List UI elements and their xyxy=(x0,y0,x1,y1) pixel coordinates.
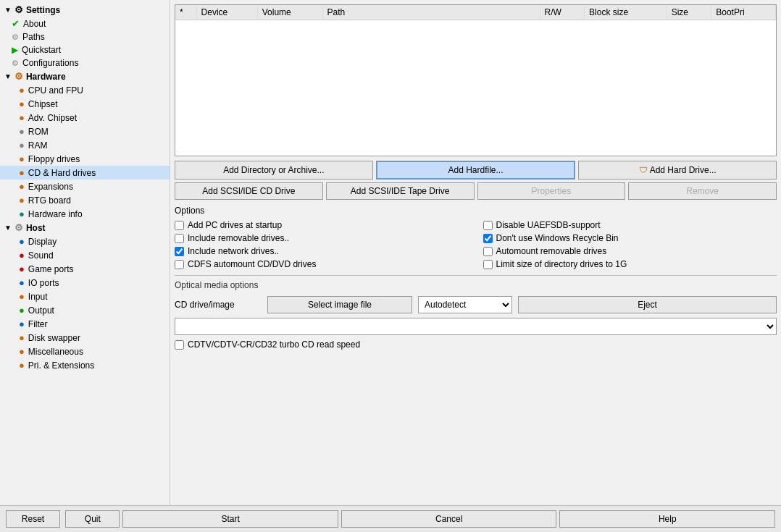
content-area: * Device Volume Path R/W Block size Size… xyxy=(170,0,781,505)
autodetect-select[interactable]: Autodetect None CD32 CDTV xyxy=(418,296,512,313)
reset-button[interactable]: Reset xyxy=(6,510,60,528)
sidebar-item-chipset[interactable]: ● Chipset xyxy=(0,97,170,111)
checkbox-dont-use-recycle: Don't use Windows Recycle Bin xyxy=(483,233,777,243)
disable-uaefsdb-checkbox[interactable] xyxy=(483,221,493,230)
expansions-icon: ● xyxy=(19,181,25,192)
remove-button[interactable]: Remove xyxy=(628,182,777,200)
cpu-icon: ● xyxy=(19,85,25,96)
sidebar-item-cd-hard[interactable]: ● CD & Hard drives xyxy=(0,166,170,180)
cancel-button[interactable]: Cancel xyxy=(341,510,557,528)
cdtv-row: CDTV/CDTV-CR/CD32 turbo CD read speed xyxy=(175,339,777,350)
sidebar-item-output[interactable]: ● Output xyxy=(0,303,170,317)
hardware-info-icon: ● xyxy=(19,208,25,219)
limit-size-checkbox[interactable] xyxy=(483,260,493,269)
eject-button[interactable]: Eject xyxy=(518,296,777,313)
checkbox-add-pc-drives: Add PC drives at startup xyxy=(175,220,469,230)
cd-drive-label: CD drive/image xyxy=(175,300,262,310)
checkbox-disable-uaefsdb: Disable UAEFSDB-support xyxy=(483,220,777,230)
automount-removable-label: Automount removable drives xyxy=(496,246,607,256)
sidebar-item-rtg[interactable]: ● RTG board xyxy=(0,193,170,207)
select-image-button[interactable]: Select image file xyxy=(267,296,412,313)
col-boot-pri: BootPri xyxy=(711,5,776,20)
cdfs-automount-checkbox[interactable] xyxy=(175,260,184,269)
add-hard-drive-button[interactable]: 🛡Add Hard Drive... xyxy=(578,161,777,180)
host-gear-icon: ⚙ xyxy=(14,222,23,233)
col-size: Size xyxy=(667,5,711,20)
options-left: Add PC drives at startup Include removab… xyxy=(175,220,469,269)
rom-icon: ● xyxy=(19,126,25,137)
sidebar-item-input[interactable]: ● Input xyxy=(0,290,170,303)
sidebar-item-adv-chipset[interactable]: ● Adv. Chipset xyxy=(0,111,170,124)
ram-icon: ● xyxy=(19,140,25,151)
drive-table: * Device Volume Path R/W Block size Size… xyxy=(175,5,776,20)
sidebar-section-settings[interactable]: ▼ ⚙ Settings xyxy=(0,3,170,17)
sidebar-item-display[interactable]: ● Display xyxy=(0,235,170,248)
options-section: Options Add PC drives at startup Include… xyxy=(175,206,777,269)
cdtv-checkbox[interactable] xyxy=(175,340,184,350)
sound-icon: ● xyxy=(19,250,25,261)
shield-icon: 🛡 xyxy=(639,165,648,175)
automount-removable-checkbox[interactable] xyxy=(483,247,493,256)
dont-use-recycle-checkbox[interactable] xyxy=(483,234,493,243)
sidebar-item-disk-swapper[interactable]: ● Disk swapper xyxy=(0,331,170,345)
sidebar-item-game-ports[interactable]: ● Game ports xyxy=(0,262,170,276)
checkbox-automount-removable: Automount removable drives xyxy=(483,246,777,256)
sidebar-item-configurations[interactable]: ⚙ Configurations xyxy=(0,56,170,69)
include-removable-checkbox[interactable] xyxy=(175,234,184,243)
sidebar-item-io-ports[interactable]: ● IO ports xyxy=(0,276,170,290)
bottom-bar-left: Reset Quit xyxy=(6,510,120,528)
include-network-checkbox[interactable] xyxy=(175,247,184,256)
sidebar-item-sound[interactable]: ● Sound xyxy=(0,248,170,262)
sidebar-item-expansions[interactable]: ● Expansions xyxy=(0,180,170,193)
quit-button[interactable]: Quit xyxy=(65,510,120,528)
col-star: * xyxy=(175,5,196,20)
sidebar-item-hardware-info[interactable]: ● Hardware info xyxy=(0,207,170,221)
add-directory-button[interactable]: Add Directory or Archive... xyxy=(175,161,373,180)
checkmark-icon: ✔ xyxy=(12,18,20,29)
sidebar-item-pri-extensions[interactable]: ● Pri. & Extensions xyxy=(0,358,170,372)
add-scsi-cd-button[interactable]: Add SCSI/IDE CD Drive xyxy=(175,182,323,200)
game-ports-icon: ● xyxy=(19,263,25,274)
add-scsi-tape-button[interactable]: Add SCSI/IDE Tape Drive xyxy=(326,182,475,200)
sidebar-host-label: Host xyxy=(26,223,46,233)
start-button[interactable]: Start xyxy=(122,510,338,528)
sidebar-item-cpu-fpu[interactable]: ● CPU and FPU xyxy=(0,83,170,97)
limit-size-label: Limit size of directory drives to 1G xyxy=(496,259,627,269)
properties-button[interactable]: Properties xyxy=(477,182,626,200)
sidebar-item-filter[interactable]: ● Filter xyxy=(0,317,170,331)
cd-path-dropdown[interactable] xyxy=(175,318,777,335)
sidebar-section-host[interactable]: ▼ ⚙ Host xyxy=(0,221,170,235)
checkbox-limit-size: Limit size of directory drives to 1G xyxy=(483,259,777,269)
cdfs-automount-label: CDFS automount CD/DVD drives xyxy=(188,259,316,269)
checkbox-include-removable: Include removable drives.. xyxy=(175,233,469,243)
gear-small-icon: ⚙ xyxy=(12,33,19,42)
sidebar-item-floppy[interactable]: ● Floppy drives xyxy=(0,152,170,166)
col-volume: Volume xyxy=(257,5,322,20)
sidebar-section-hardware[interactable]: ▼ ⚙ Hardware xyxy=(0,69,170,83)
play-icon: ▶ xyxy=(12,45,18,55)
sidebar-hardware-label: Hardware xyxy=(26,72,66,82)
help-button[interactable]: Help xyxy=(559,510,775,528)
include-removable-label: Include removable drives.. xyxy=(188,233,289,243)
checkbox-cdfs-automount: CDFS automount CD/DVD drives xyxy=(175,259,469,269)
col-rw: R/W xyxy=(540,5,585,20)
sidebar-item-about[interactable]: ✔ About xyxy=(0,17,170,30)
sidebar-item-quickstart[interactable]: ▶ Quickstart xyxy=(0,43,170,56)
sidebar-item-miscellaneous[interactable]: ● Miscellaneous xyxy=(0,345,170,358)
sidebar-item-paths[interactable]: ⚙ Paths xyxy=(0,30,170,43)
sidebar: ▼ ⚙ Settings ✔ About ⚙ Paths ▶ Quickstar… xyxy=(0,0,170,505)
add-hardfile-button[interactable]: Add Hardfile... xyxy=(376,161,576,180)
filter-icon: ● xyxy=(19,318,25,329)
hardware-gear-icon: ⚙ xyxy=(14,71,23,82)
floppy-icon: ● xyxy=(19,153,25,164)
drive-table-container: * Device Volume Path R/W Block size Size… xyxy=(175,4,777,156)
cd-drive-row: CD drive/image Select image file Autodet… xyxy=(175,296,777,313)
col-block-size: Block size xyxy=(585,5,667,20)
display-icon: ● xyxy=(19,236,25,247)
sidebar-item-rom[interactable]: ● ROM xyxy=(0,124,170,138)
optical-title: Optical media options xyxy=(175,280,777,290)
adv-chipset-icon: ● xyxy=(19,112,25,123)
sidebar-item-ram[interactable]: ● RAM xyxy=(0,138,170,152)
disable-uaefsdb-label: Disable UAEFSDB-support xyxy=(496,220,601,230)
add-pc-drives-checkbox[interactable] xyxy=(175,221,184,230)
